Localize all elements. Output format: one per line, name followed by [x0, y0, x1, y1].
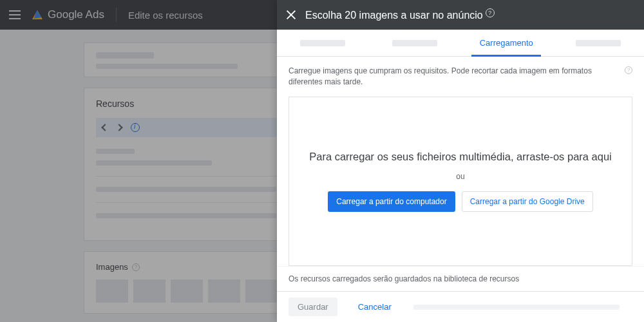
cancel-button[interactable]: Cancelar	[349, 298, 401, 316]
image-picker-panel: Escolha 20 imagens a usar no anúncio? Ca…	[277, 0, 644, 322]
dropzone-text: Para carregar os seus ficheiros multiméd…	[309, 151, 612, 163]
panel-footer: Guardar Cancelar	[277, 291, 644, 322]
upload-from-computer-button[interactable]: Carregar a partir do computador	[328, 191, 455, 212]
upload-from-drive-button[interactable]: Carregar a partir do Google Drive	[462, 191, 593, 212]
help-icon[interactable]: ?	[625, 66, 632, 74]
tab-placeholder-3[interactable]	[553, 30, 645, 56]
footer-placeholder	[413, 305, 620, 310]
help-icon[interactable]: ?	[486, 8, 495, 17]
panel-header: Escolha 20 imagens a usar no anúncio?	[277, 0, 644, 30]
tab-bar: Carregamento	[277, 30, 644, 57]
panel-title: Escolha 20 imagens a usar no anúncio?	[305, 8, 495, 21]
dropzone-or: ou	[456, 172, 464, 181]
tab-placeholder-1[interactable]	[277, 30, 369, 56]
close-icon[interactable]	[286, 10, 296, 20]
library-note: Os recursos carregados serão guardados n…	[277, 266, 644, 291]
upload-dropzone[interactable]: Para carregar os seus ficheiros multiméd…	[289, 97, 632, 266]
tab-placeholder-2[interactable]	[369, 30, 461, 56]
save-button[interactable]: Guardar	[289, 298, 337, 316]
upload-instructions: Carregue imagens que cumpram os requisit…	[289, 66, 632, 88]
tab-upload[interactable]: Carregamento	[460, 30, 553, 56]
